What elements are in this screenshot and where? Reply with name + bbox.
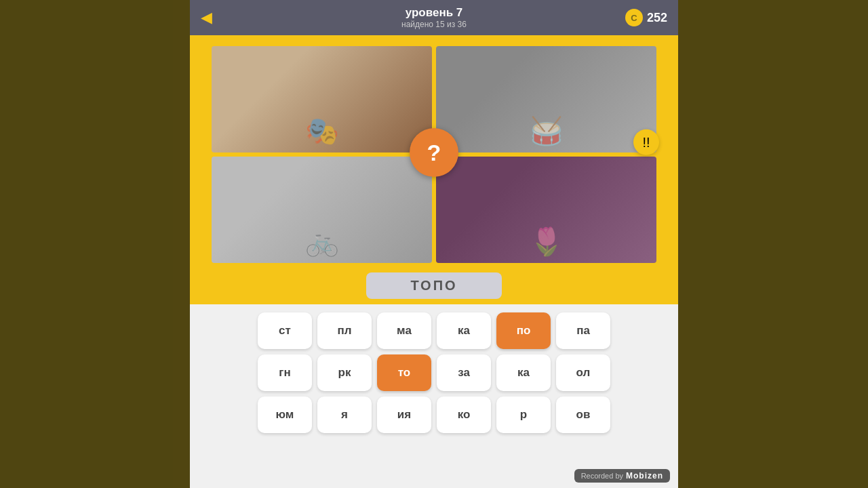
answer-area: ТОПО (190, 270, 678, 304)
question-mark-circle[interactable]: ? (410, 128, 458, 177)
coin-icon: C (625, 9, 643, 26)
header: ◀ уровень 7 найдено 15 из 36 C 252 (190, 0, 678, 35)
letters-wrapper: ст пл ма ка по па гн рк то за ка ол юм я… (190, 304, 678, 488)
left-panel (0, 0, 190, 488)
letter-btn-па[interactable]: па (556, 312, 610, 349)
letter-btn-юм[interactable]: юм (258, 396, 312, 433)
answer-display: ТОПО (366, 272, 502, 299)
letter-btn-то[interactable]: то (377, 354, 431, 391)
header-center: уровень 7 найдено 15 из 36 (401, 6, 467, 29)
letter-btn-р[interactable]: р (496, 396, 551, 433)
letter-btn-рк[interactable]: рк (317, 354, 372, 391)
letter-btn-я[interactable]: я (317, 396, 372, 433)
letter-row-3: юм я ия ко р ов (203, 396, 665, 433)
right-panel (678, 0, 868, 488)
letter-row-1: ст пл ма ка по па (203, 312, 665, 349)
level-title: уровень 7 (401, 6, 467, 20)
image-grid-wrapper: ? !! (190, 35, 678, 270)
main-area: ◀ уровень 7 найдено 15 из 36 C 252 ? !! … (190, 0, 678, 488)
letter-btn-ка1[interactable]: ка (437, 312, 491, 349)
letter-btn-ко[interactable]: ко (437, 396, 491, 433)
letter-row-2: гн рк то за ка ол (203, 354, 665, 391)
letter-btn-ия[interactable]: ия (377, 396, 431, 433)
hint-badge[interactable]: !! (633, 129, 659, 155)
letter-btn-ол[interactable]: ол (556, 354, 610, 391)
letter-btn-по[interactable]: по (496, 312, 551, 349)
image-bullfight (212, 46, 432, 152)
image-parade (436, 46, 656, 152)
watermark-brand: Mobizen (626, 471, 663, 481)
hint-icon: !! (642, 134, 650, 150)
answer-text: ТОПО (410, 278, 457, 293)
watermark: Recorded by Mobizen (574, 469, 670, 483)
coins-area: C 252 (625, 9, 667, 26)
letter-btn-ма[interactable]: ма (377, 312, 431, 349)
back-button[interactable]: ◀ (201, 10, 212, 25)
letter-btn-ст[interactable]: ст (258, 312, 312, 349)
watermark-prefix: Recorded by (581, 472, 623, 480)
question-mark-text: ? (427, 140, 441, 166)
letter-btn-ов[interactable]: ов (556, 396, 610, 433)
letter-btn-за[interactable]: за (437, 354, 491, 391)
image-bike (212, 157, 432, 263)
letter-btn-пл[interactable]: пл (317, 312, 372, 349)
coins-count: 252 (647, 11, 667, 25)
letter-btn-гн[interactable]: гн (258, 354, 312, 391)
level-subtitle: найдено 15 из 36 (401, 20, 467, 29)
letter-btn-ка2[interactable]: ка (496, 354, 551, 391)
image-flowers (436, 157, 656, 263)
letters-area: ст пл ма ка по па гн рк то за ка ол юм я… (190, 304, 678, 444)
